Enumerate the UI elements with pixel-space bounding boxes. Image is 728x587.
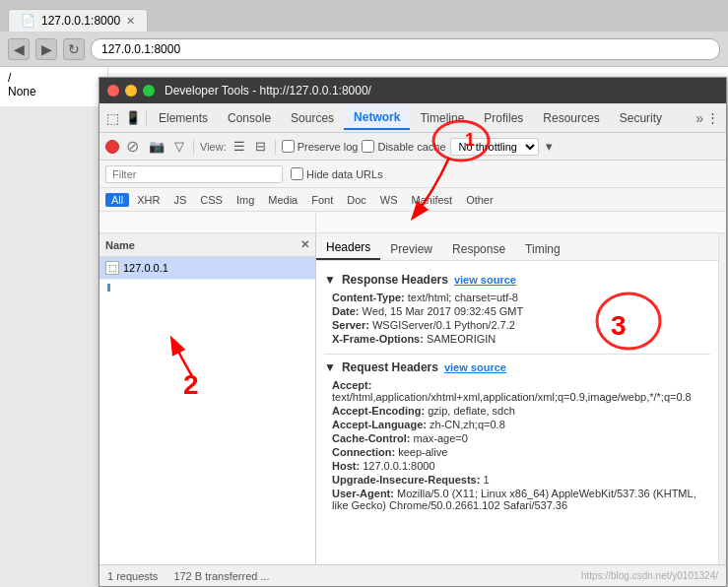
filter-icon-btn[interactable]: ▽ bbox=[171, 138, 187, 155]
req-header-6: Upgrade-Insecure-Requests: 1 bbox=[324, 473, 710, 487]
req-header-name-3: Cache-Control: bbox=[332, 432, 410, 444]
name-column-header: Name bbox=[105, 239, 300, 251]
browser-tab[interactable]: 📄 127.0.0.1:8000 ✕ bbox=[8, 9, 148, 32]
type-filter-bar: All XHR JS CSS Img Media Font Doc WS Man… bbox=[99, 188, 726, 212]
type-btn-other[interactable]: Other bbox=[460, 193, 499, 207]
response-headers-title: Response Headers bbox=[342, 273, 448, 287]
resp-header-name-0: Content-Type: bbox=[332, 292, 405, 303]
tab-elements[interactable]: Elements bbox=[149, 107, 218, 129]
sidebar-slash: / bbox=[8, 71, 99, 85]
stop-record-btn[interactable]: ⊘ bbox=[123, 136, 142, 157]
requests-count: 1 requests bbox=[107, 570, 158, 582]
address-bar[interactable]: 127.0.0.1:8000 bbox=[91, 38, 720, 60]
req-header-1: Accept-Encoding: gzip, deflate, sdch bbox=[324, 404, 710, 418]
type-btn-all[interactable]: All bbox=[105, 193, 129, 207]
request-headers-view-source[interactable]: view source bbox=[444, 361, 506, 373]
preserve-log-checkbox[interactable] bbox=[282, 140, 295, 153]
type-btn-img[interactable]: Img bbox=[231, 193, 260, 207]
tab-favicon: 📄 bbox=[21, 14, 35, 28]
req-header-value-3: max-age=0 bbox=[414, 432, 468, 444]
request-name-0: 127.0.0.1 bbox=[123, 262, 168, 274]
tab-resources[interactable]: Resources bbox=[533, 107, 609, 129]
type-btn-js[interactable]: JS bbox=[167, 193, 192, 207]
devtools-window: Developer Tools - http://127.0.0.1:8000/… bbox=[99, 77, 727, 587]
mobile-icon-btn[interactable]: 📱 bbox=[122, 109, 144, 126]
back-button[interactable]: ◀ bbox=[8, 38, 30, 60]
disable-cache-label[interactable]: Disable cache bbox=[362, 140, 445, 153]
tab-console[interactable]: Console bbox=[218, 107, 281, 129]
type-btn-xhr[interactable]: XHR bbox=[131, 193, 165, 207]
details-tab-preview[interactable]: Preview bbox=[380, 238, 442, 260]
tab-close-btn[interactable]: ✕ bbox=[126, 15, 135, 28]
req-header-3: Cache-Control: max-age=0 bbox=[324, 431, 710, 445]
requests-panel: Name ✕ ⬚ 127.0.0.1 bbox=[99, 233, 316, 564]
type-btn-font[interactable]: Font bbox=[305, 193, 339, 207]
inspector-icon-btn[interactable]: ⬚ bbox=[103, 109, 122, 127]
devtools-close-btn[interactable] bbox=[107, 85, 119, 97]
settings-btn[interactable]: ⋮ bbox=[703, 109, 722, 126]
request-item-0[interactable]: ⬚ 127.0.0.1 bbox=[99, 257, 315, 280]
type-btn-css[interactable]: CSS bbox=[194, 193, 229, 207]
resp-header-0: Content-Type: text/html; charset=utf-8 bbox=[324, 291, 710, 304]
response-headers-toggle[interactable]: ▼ bbox=[324, 273, 336, 287]
resp-header-name-3: X-Frame-Options: bbox=[332, 333, 424, 345]
response-headers-list: Content-Type: text/html; charset=utf-8 D… bbox=[324, 291, 710, 346]
page-sidebar: / None bbox=[0, 67, 108, 106]
requests-header: Name ✕ bbox=[99, 233, 315, 257]
record-button[interactable] bbox=[105, 140, 119, 154]
request-headers-section-header: ▼ Request Headers view source bbox=[324, 354, 710, 374]
req-header-name-7: User-Agent: bbox=[332, 488, 394, 499]
network-toolbar: ⊘ 📷 ▽ View: ☰ ⊟ Preserve log Disable cac… bbox=[99, 133, 726, 161]
hide-data-urls-label[interactable]: Hide data URLs bbox=[291, 167, 383, 180]
request-headers-toggle[interactable]: ▼ bbox=[324, 360, 336, 374]
details-tab-timing[interactable]: Timing bbox=[515, 238, 570, 260]
tab-separator-1 bbox=[146, 110, 147, 126]
req-header-value-1: gzip, deflate, sdch bbox=[428, 405, 515, 417]
devtools-title: Developer Tools - http://127.0.0.1:8000/ bbox=[165, 84, 371, 98]
req-header-4: Connection: keep-alive bbox=[324, 445, 710, 459]
devtools-max-btn[interactable] bbox=[143, 85, 155, 97]
req-header-5: Host: 127.0.0.1:8000 bbox=[324, 459, 710, 473]
req-header-2: Accept-Language: zh-CN,zh;q=0.8 bbox=[324, 418, 710, 431]
type-btn-ws[interactable]: WS bbox=[374, 193, 404, 207]
type-btn-manifest[interactable]: Manifest bbox=[406, 193, 459, 207]
close-col-btn[interactable]: ✕ bbox=[300, 238, 309, 251]
view-detail-btn[interactable]: ⊟ bbox=[252, 138, 269, 155]
resp-header-value-0: text/html; charset=utf-8 bbox=[408, 292, 518, 303]
details-content: ▼ Response Headers view source Content-T… bbox=[316, 261, 718, 564]
tab-profiles[interactable]: Profiles bbox=[474, 107, 533, 129]
tab-timeline[interactable]: Timeline bbox=[410, 107, 474, 129]
resp-header-name-1: Date: bbox=[332, 305, 360, 317]
tab-network[interactable]: Network bbox=[344, 106, 410, 130]
req-header-name-1: Accept-Encoding: bbox=[332, 405, 425, 417]
toolbar-sep-1 bbox=[193, 139, 194, 155]
request-headers-list: Accept: text/html,application/xhtml+xml,… bbox=[324, 378, 710, 512]
details-tab-headers[interactable]: Headers bbox=[316, 236, 380, 260]
response-headers-view-source[interactable]: view source bbox=[454, 274, 516, 286]
request-headers-title: Request Headers bbox=[342, 360, 438, 374]
details-panel: Headers Preview Response Timing ▼ Respon… bbox=[316, 233, 718, 564]
forward-button[interactable]: ▶ bbox=[35, 38, 57, 60]
throttle-select[interactable]: No throttling bbox=[450, 138, 539, 156]
type-btn-doc[interactable]: Doc bbox=[341, 193, 372, 207]
response-headers-section-header: ▼ Response Headers view source bbox=[324, 273, 710, 287]
resp-header-1: Date: Wed, 15 Mar 2017 09:32:45 GMT bbox=[324, 304, 710, 318]
filter-bar: Hide data URLs bbox=[99, 161, 726, 188]
throttle-down-btn[interactable]: ▾ bbox=[543, 138, 556, 155]
tab-sources[interactable]: Sources bbox=[281, 107, 344, 129]
req-header-value-2: zh-CN,zh;q=0.8 bbox=[430, 419, 505, 430]
more-tabs-btn[interactable]: » bbox=[695, 110, 703, 126]
type-btn-media[interactable]: Media bbox=[262, 193, 303, 207]
preserve-log-label[interactable]: Preserve log bbox=[282, 140, 359, 153]
scrollbar[interactable] bbox=[718, 233, 726, 564]
hide-data-urls-checkbox[interactable] bbox=[291, 167, 303, 180]
details-tab-response[interactable]: Response bbox=[442, 238, 515, 260]
tab-security[interactable]: Security bbox=[610, 107, 672, 129]
devtools-min-btn[interactable] bbox=[125, 85, 137, 97]
filter-input[interactable] bbox=[105, 165, 283, 183]
disable-cache-checkbox[interactable] bbox=[362, 140, 374, 153]
refresh-button[interactable]: ↻ bbox=[63, 38, 85, 60]
view-list-btn[interactable]: ☰ bbox=[231, 138, 248, 155]
resp-header-value-1: Wed, 15 Mar 2017 09:32:45 GMT bbox=[363, 305, 524, 317]
camera-btn[interactable]: 📷 bbox=[146, 138, 167, 155]
